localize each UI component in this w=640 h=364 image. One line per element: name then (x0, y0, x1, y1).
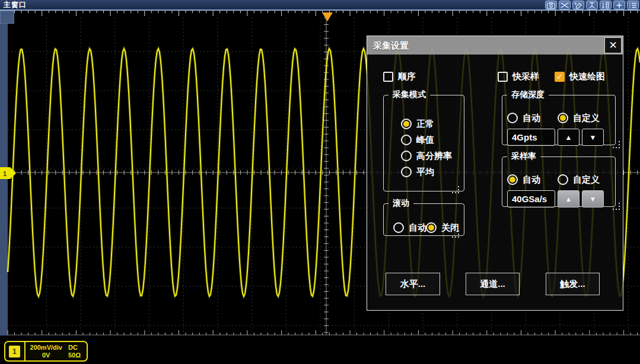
channel1-marker-label: 1 (3, 170, 7, 177)
channel-scale: 200mV/div (30, 344, 62, 351)
checkbox-box (498, 72, 508, 82)
radio-rate-auto[interactable]: 自动 (507, 174, 540, 186)
group-grip (458, 237, 459, 238)
depth-increase-icon[interactable]: ▲ (558, 129, 579, 146)
titlebar-toolbar (545, 1, 639, 9)
radio-button (507, 113, 518, 123)
fast-acquisition-checkbox[interactable]: 快采样 (498, 71, 539, 82)
acquisition-settings-dialog: 采集设置 ✕ 顺序 快采样 ✓ 快速绘图 采集模式 正常 峰值 (367, 36, 623, 311)
radio-peak[interactable]: 峰值 (401, 134, 434, 146)
group-grip (619, 209, 620, 210)
sample-rate-group: 采样率 自动 自定义 ▲ ▼ (502, 151, 616, 207)
radio-depth-custom[interactable]: 自定义 (558, 112, 600, 124)
oscilloscope-screen: 主窗口 1 (0, 0, 640, 364)
grid-corner-box (0, 11, 14, 24)
radio-high-res[interactable]: 高分辨率 (401, 150, 452, 162)
channel-number: 1 (9, 346, 20, 357)
channel1-badge[interactable]: 1 200mV/div DC 0V 50Ω (4, 341, 88, 362)
radio-button (558, 113, 568, 123)
radio-roll-auto[interactable]: 自动 (393, 222, 426, 234)
channel-offset: 0V (30, 352, 62, 359)
screenshot-icon[interactable] (545, 1, 557, 9)
checkbox-label: 快速绘图 (569, 71, 605, 82)
radio-button (401, 167, 412, 177)
trigger-position-marker[interactable] (322, 12, 333, 21)
measure-icon[interactable] (600, 1, 612, 9)
checkbox-label: 快采样 (512, 71, 539, 82)
radio-button (558, 174, 568, 185)
window-titlebar[interactable]: 主窗口 (0, 0, 640, 11)
radio-button (426, 222, 437, 233)
group-label: 采样率 (507, 151, 540, 162)
radio-button (401, 119, 412, 129)
add-icon[interactable] (613, 1, 625, 9)
memory-depth-input[interactable] (507, 129, 555, 146)
menu-icon[interactable] (627, 1, 639, 9)
probe-icon[interactable] (586, 1, 598, 9)
memory-depth-group: 存储深度 自动 自定义 ▲ ▼ (502, 90, 616, 145)
depth-decrease-icon[interactable]: ▼ (582, 129, 604, 146)
group-label: 采集模式 (389, 90, 430, 100)
channel-button[interactable]: 通道... (466, 273, 520, 295)
checkbox-box (383, 72, 393, 82)
channel-coupling: DC (68, 344, 81, 351)
radio-button (393, 222, 404, 233)
window-title: 主窗口 (0, 0, 27, 10)
group-label: 滚动 (389, 198, 413, 209)
group-grip (458, 192, 459, 193)
close-icon[interactable]: ✕ (604, 37, 622, 53)
checkbox-label: 顺序 (398, 71, 416, 82)
sequence-checkbox[interactable]: 顺序 (383, 71, 416, 82)
group-grip (619, 147, 620, 148)
signal-path-icon[interactable] (559, 1, 571, 9)
trigger-button[interactable]: 触发... (546, 273, 600, 295)
sample-rate-input[interactable] (507, 190, 555, 207)
radio-roll-off[interactable]: 关闭 (426, 222, 459, 234)
radio-average[interactable]: 平均 (401, 166, 434, 178)
annotate-icon[interactable] (572, 1, 584, 9)
radio-rate-custom[interactable]: 自定义 (558, 174, 600, 186)
rate-increase-icon: ▲ (558, 190, 579, 207)
rate-decrease-icon: ▼ (582, 190, 604, 207)
horizontal-button[interactable]: 水平... (386, 273, 440, 295)
radio-button (401, 151, 412, 161)
acq-mode-group: 采集模式 正常 峰值 高分辨率 平均 (383, 90, 464, 191)
roll-group: 滚动 自动 关闭 (383, 198, 464, 236)
status-bar: 1 200mV/div DC 0V 50Ω (0, 336, 640, 364)
fast-plot-checkbox[interactable]: ✓ 快速绘图 (555, 71, 605, 82)
group-label: 存储深度 (507, 90, 549, 100)
checkbox-box: ✓ (555, 72, 565, 82)
radio-button (401, 135, 412, 145)
radio-normal[interactable]: 正常 (401, 118, 434, 130)
dialog-title[interactable]: 采集设置 (367, 36, 623, 55)
channel-impedance: 50Ω (68, 352, 81, 359)
radio-depth-auto[interactable]: 自动 (507, 112, 540, 124)
radio-button (507, 174, 518, 185)
